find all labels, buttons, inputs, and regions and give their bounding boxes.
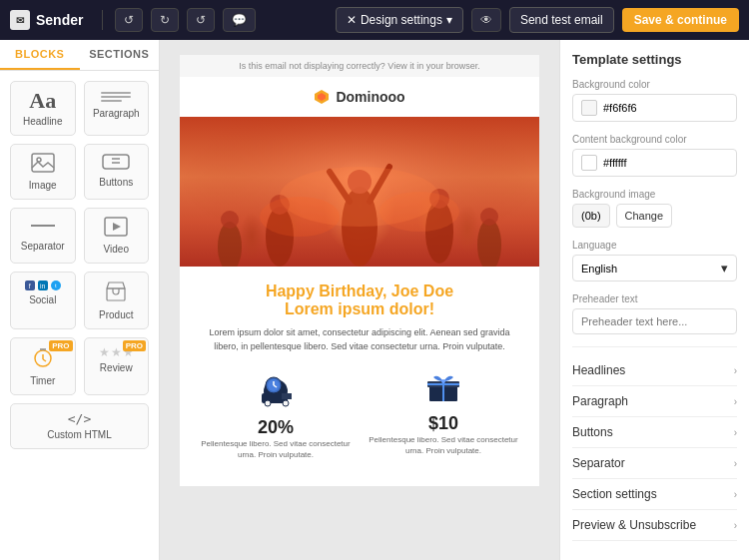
feature1-value: 20% (196, 417, 356, 438)
chevron-right-icon: › (734, 427, 737, 438)
separator-icon (29, 217, 57, 237)
panel-section-headlines[interactable]: Headlines › (572, 355, 737, 386)
email-logo-text: Dominooo (192, 89, 527, 105)
email-title: Happy Birthday, Joe Doe Lorem ipsum dolo… (196, 282, 523, 318)
email-hero-image (180, 117, 539, 267)
redo-button[interactable]: ↻ (151, 8, 179, 32)
panel-section-paragraph-title: Paragraph › (572, 394, 737, 408)
send-test-button[interactable]: Send test email (509, 7, 614, 33)
undo-icon: ↺ (124, 13, 134, 27)
canvas: Is this email not displaying correctly? … (160, 40, 559, 560)
eye-icon: 👁 (480, 13, 492, 27)
language-select-wrapper[interactable]: English Spanish French ▾ (572, 255, 737, 281)
block-product[interactable]: Product (84, 272, 150, 329)
content-bg-input-wrapper[interactable] (572, 149, 737, 177)
blocks-grid: Aa Headline Paragraph Image (0, 71, 159, 459)
chevron-right-icon: › (734, 458, 737, 469)
block-paragraph[interactable]: Paragraph (84, 81, 150, 136)
preheader-group: Preheader text (572, 293, 737, 334)
chevron-right-icon: › (734, 365, 737, 376)
bg-color-label: Background color (572, 79, 737, 90)
review-pro-badge: PRO (123, 340, 146, 351)
bg-color-input-wrapper[interactable] (572, 94, 737, 122)
topbar: ✉ Sender ↺ ↻ ↺ 💬 ✕ Design settings ▾ 👁 S… (0, 0, 749, 40)
review-label: Review (100, 362, 133, 373)
svg-point-29 (260, 197, 340, 237)
block-headline[interactable]: Aa Headline (10, 81, 76, 136)
design-label: Design settings (361, 13, 442, 27)
bg-image-preview-label: (0b) (581, 210, 601, 222)
paragraph-label: Paragraph (93, 108, 140, 119)
panel-section-preview-title: Preview & Unsubscribe › (572, 518, 737, 532)
social-icon: f in t (25, 280, 61, 290)
block-video[interactable]: Video (84, 208, 150, 264)
block-custom-html[interactable]: </> Custom HTML (10, 403, 149, 449)
tab-sections[interactable]: SECTIONS (80, 40, 160, 70)
logo: ✉ Sender (10, 10, 90, 30)
tab-blocks[interactable]: BLOCKS (0, 40, 80, 70)
logo-icon: ✉ (10, 10, 30, 30)
chevron-right-icon: › (734, 396, 737, 407)
buttons-label: Buttons (99, 177, 133, 188)
block-social[interactable]: f in t Social (10, 272, 76, 329)
design-settings-button[interactable]: ✕ Design settings ▾ (336, 7, 463, 33)
video-icon (104, 217, 128, 240)
timer-pro-badge: PRO (49, 340, 72, 351)
svg-point-27 (480, 208, 498, 226)
headline-label: Headline (23, 116, 62, 127)
email-preview: Is this email not displaying correctly? … (180, 55, 539, 486)
preview-button[interactable]: 👁 (471, 8, 501, 32)
block-separator[interactable]: Separator (10, 208, 76, 264)
panel-section-buttons[interactable]: Buttons › (572, 417, 737, 448)
bg-color-input[interactable] (603, 102, 741, 114)
email-logo-section: Dominooo (180, 77, 539, 117)
block-image[interactable]: Image (10, 144, 76, 200)
sidebar-tabs: BLOCKS SECTIONS (0, 40, 159, 71)
panel-section-paragraph[interactable]: Paragraph › (572, 386, 737, 417)
language-select[interactable]: English Spanish French (581, 263, 715, 275)
panel-section-preview-unsubscribe[interactable]: Preview & Unsubscribe › (572, 510, 737, 541)
bg-image-row: (0b) Change (572, 204, 737, 228)
bg-color-swatch[interactable] (581, 100, 597, 116)
bg-image-change-label: Change (625, 210, 664, 222)
feature1-desc: Pellentesque libero. Sed vitae consectet… (196, 438, 356, 460)
paragraph-icon (101, 90, 131, 104)
topbar-divider (102, 10, 103, 30)
undo-button[interactable]: ↺ (115, 8, 143, 32)
svg-point-45 (441, 379, 445, 383)
custom-html-label: Custom HTML (47, 429, 111, 440)
chevron-down-icon: ▾ (446, 13, 452, 27)
block-review[interactable]: PRO ★ ★ ★ Review (84, 337, 150, 395)
sidebar: BLOCKS SECTIONS Aa Headline Paragraph (0, 40, 160, 560)
timer-label: Timer (30, 375, 55, 386)
bg-image-label: Background image (572, 189, 737, 200)
chevron-down-icon: ▾ (721, 261, 728, 276)
bg-image-preview-button[interactable]: (0b) (572, 204, 610, 228)
svg-point-35 (265, 400, 271, 406)
custom-html-icon: </> (68, 412, 91, 425)
content-bg-swatch[interactable] (581, 155, 597, 171)
block-timer[interactable]: PRO Timer (10, 337, 76, 395)
chat-button[interactable]: 💬 (223, 8, 256, 32)
preheader-input[interactable] (572, 308, 737, 334)
preheader-label: Preheader text (572, 293, 737, 304)
panel-section-settings-title: Section settings › (572, 487, 737, 501)
feature-1: 20% Pellentesque libero. Sed vitae conse… (196, 371, 356, 460)
save-continue-button[interactable]: Save & continue (622, 8, 739, 32)
redo-icon: ↻ (160, 13, 170, 27)
feature1-icon (196, 371, 356, 413)
panel-section-separator[interactable]: Separator › (572, 448, 737, 479)
panel-section-section-settings[interactable]: Section settings › (572, 479, 737, 510)
content-bg-input[interactable] (603, 157, 741, 169)
email-body-text: Lorem ipsum dolor sit amet, consectetur … (196, 326, 523, 353)
headline-icon: Aa (29, 90, 56, 112)
feature-2: $10 Pellentesque libero. Sed vitae conse… (364, 371, 523, 460)
bg-image-change-button[interactable]: Change (616, 204, 673, 228)
panel-title: Template settings (572, 52, 737, 67)
history-button[interactable]: ↺ (187, 8, 215, 32)
svg-marker-34 (282, 393, 292, 399)
separator-label: Separator (21, 241, 65, 252)
block-buttons[interactable]: Buttons (84, 144, 150, 200)
feature2-desc: Pellentesque libero. Sed vitae consectet… (364, 434, 523, 456)
email-content: Happy Birthday, Joe Doe Lorem ipsum dolo… (180, 267, 539, 486)
